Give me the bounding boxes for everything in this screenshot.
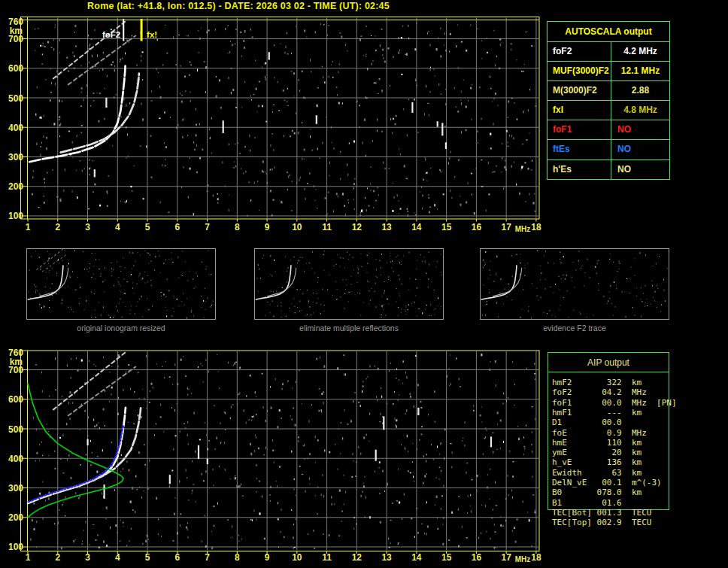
top-ionogram-plot: 760700600500400300200100km12345678910111… <box>0 11 544 236</box>
svg-text:3: 3 <box>85 552 90 563</box>
svg-text:10: 10 <box>292 222 302 232</box>
plot-root: 760700600500400300200100km12345678910111… <box>8 17 541 234</box>
svg-text:16: 16 <box>472 222 482 232</box>
svg-text:100: 100 <box>8 211 23 221</box>
svg-text:4: 4 <box>115 222 120 232</box>
svg-text:600: 600 <box>8 63 23 74</box>
thumbnail-noise <box>28 250 214 318</box>
series-scaled-F2-trace <box>29 425 123 502</box>
autoscala-screen: Rome (lat: +41.8, lon: 012.5) - DATE: 20… <box>0 0 728 568</box>
thumbnail-original-ionogram <box>26 248 216 320</box>
parameter-label: foF1 <box>548 120 611 139</box>
svg-text:km: km <box>10 26 23 36</box>
noise-speckle <box>32 23 537 217</box>
svg-text:1: 1 <box>26 552 31 563</box>
parameter-label: h'Es <box>548 160 611 179</box>
svg-text:18: 18 <box>531 222 541 232</box>
svg-text:9: 9 <box>265 552 270 563</box>
thumbnail-noise <box>482 250 668 319</box>
parameter-value: 4.2 MHz <box>611 42 669 61</box>
svg-text:4: 4 <box>115 552 120 563</box>
svg-text:10: 10 <box>292 552 302 563</box>
svg-text:400: 400 <box>8 454 23 464</box>
svg-text:100: 100 <box>8 542 23 552</box>
parameter-value: 4.8 MHz <box>611 101 669 120</box>
marker-fx: fx! <box>141 19 157 41</box>
svg-text:6: 6 <box>174 552 180 563</box>
autoscala-row-ftEs: ftEsNO <box>548 139 669 159</box>
svg-text:300: 300 <box>8 483 23 494</box>
aip-row-B0: B0 078.0 km <box>552 488 642 497</box>
svg-text:600: 600 <box>8 394 23 405</box>
parameter-value: NO <box>611 140 669 159</box>
thumbnail-traces <box>256 265 296 299</box>
svg-text:17: 17 <box>501 222 511 232</box>
svg-text:km: km <box>10 357 23 367</box>
parameter-value: NO <box>611 120 669 139</box>
thumbnail-eliminate-reflections <box>254 248 444 320</box>
svg-text:14: 14 <box>411 552 422 563</box>
aip-row-foE: foE 0.9 MHz <box>552 429 647 438</box>
aip-row-TECTop: TEC[Top] 002.9 TECU <box>552 518 651 527</box>
parameter-label: M(3000)F2 <box>548 81 611 100</box>
thumbnail-caption-3: evidence F2 trace <box>480 323 669 334</box>
svg-text:13: 13 <box>381 552 392 563</box>
svg-text:12: 12 <box>352 552 362 563</box>
marker-foF2: foF2 <box>102 19 123 41</box>
aip-row-hmF2: hmF2 322 km <box>552 378 642 387</box>
svg-text:7: 7 <box>205 222 210 232</box>
page-title: Rome (lat: +41.8, lon: 012.5) - DATE: 20… <box>0 1 477 11</box>
svg-text:3: 3 <box>85 222 90 232</box>
autoscala-row-foF1: foF1NO <box>548 120 669 139</box>
series-second-hop-echo-2 <box>68 36 135 85</box>
svg-text:300: 300 <box>8 152 23 163</box>
svg-text:16: 16 <box>472 552 482 563</box>
svg-text:200: 200 <box>8 181 23 192</box>
data-series <box>29 22 139 162</box>
thumbnail-caption-2: eliminate multiple reflections <box>254 323 444 334</box>
aip-row-Ewidth: Ewidth 63 km <box>552 469 642 478</box>
svg-text:13: 13 <box>381 222 392 232</box>
aip-row-ymE: ymE 20 km <box>552 448 642 457</box>
aip-row-foF1: foF1 00.0 MHz [PN] <box>552 399 677 408</box>
svg-text:2: 2 <box>55 222 60 232</box>
aip-output-table: AIP output hmF2 322 kmfoF2 04.2 MHzfoF1 … <box>548 352 671 533</box>
aip-header-divider <box>548 372 669 372</box>
svg-text:5: 5 <box>145 222 150 232</box>
plot-root: 760700600500400300200100km12345678910111… <box>8 348 541 564</box>
svg-text:5: 5 <box>145 552 150 563</box>
aip-row-D1: D1 00.0 <box>552 418 632 427</box>
svg-text:1: 1 <box>26 222 31 232</box>
axis-labels: 760700600500400300200100km12345678910111… <box>8 348 541 564</box>
plot-frame <box>21 17 540 222</box>
svg-text:foF2: foF2 <box>102 30 120 39</box>
noise-speckle <box>31 354 536 549</box>
bottom-ionogram-plot: 760700600500400300200100km12345678910111… <box>0 342 544 568</box>
autoscala-row-foF2: foF24.2 MHz <box>548 41 669 61</box>
thumbnail-evidence-f2-trace <box>480 248 669 320</box>
aip-row-hmE: hmE 110 km <box>552 439 642 448</box>
parameter-label: foF2 <box>548 42 611 61</box>
aip-row-B1: B1 01.6 <box>552 499 632 508</box>
aip-row-hmF1: hmF1 --- km <box>552 409 642 418</box>
svg-text:8: 8 <box>235 552 240 563</box>
svg-text:400: 400 <box>8 123 23 133</box>
grid-lines <box>28 351 538 551</box>
aip-row-DelN_vE: DelN_vE 00.1 m^(-3) <box>552 478 662 488</box>
svg-text:12: 12 <box>352 222 362 232</box>
thumbnail-caption-1: original ionogram resized <box>26 323 216 334</box>
svg-text:11: 11 <box>322 222 332 232</box>
svg-text:MHz: MHz <box>515 225 531 233</box>
svg-text:200: 200 <box>8 512 23 523</box>
parameter-value: 2.88 <box>611 81 669 100</box>
autoscala-row-hEs: h'EsNO <box>548 159 669 179</box>
autoscala-row-M3000F2: M(3000)F22.88 <box>548 80 669 100</box>
svg-text:2: 2 <box>55 552 60 563</box>
svg-text:500: 500 <box>8 93 23 104</box>
svg-text:14: 14 <box>411 222 422 232</box>
parameter-value: 12.1 MHz <box>611 62 669 80</box>
autoscala-row-MUF3000F2: MUF(3000)F212.1 MHz <box>548 61 669 80</box>
svg-text:15: 15 <box>441 552 452 563</box>
svg-text:15: 15 <box>441 222 452 232</box>
parameter-label: ftEs <box>548 140 611 159</box>
